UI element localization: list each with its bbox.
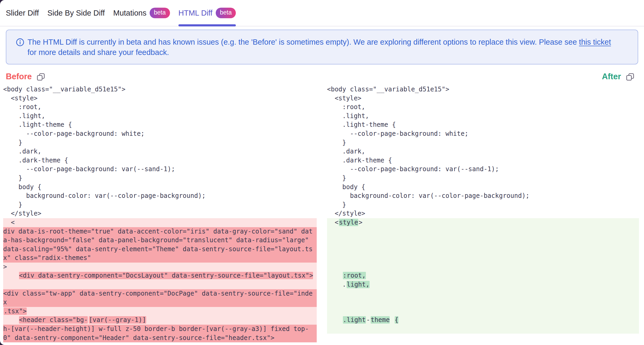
page: Slider Diff Side By Side Diff Mutations … [0,0,644,345]
banner-text-pre: The HTML Diff is currently in beta and h… [27,38,579,46]
code-line [3,280,317,289]
banner-text-post: for more details and share your feedback… [27,48,169,57]
code-segment: } [327,174,346,182]
code-segment: <body class="__variable_d51e15"> [3,86,125,93]
tab-mutations[interactable]: Mutations beta [113,0,170,26]
code-segment: light, [347,281,370,288]
code-line: < [3,218,317,227]
copy-after-button[interactable] [626,72,634,81]
code-line: .light, [327,280,639,289]
code-line: <style> [3,94,317,103]
code-segment: --color-page-background: var(--sand-1); [3,165,175,173]
code-line: background-color: var(--color-page-backg… [3,192,317,201]
code-line: :root, [327,271,639,280]
code-line: <body class="__variable_d51e15"> [327,85,639,94]
code-segment: theme [371,316,390,324]
code-line: <body class="__variable_d51e15"> [3,85,317,94]
code-line [327,254,639,263]
code-line [327,263,639,272]
code-segment: :root, [3,103,42,111]
code-line: a-has-background="false" data-panel-back… [3,236,317,245]
code-line: .light, [3,112,317,121]
code-line [327,289,639,298]
code-line: body { [327,183,639,192]
code-segment: < [3,219,15,226]
code-line: --color-page-background: white; [327,129,639,138]
code-line [327,307,639,316]
copy-icon [36,72,45,81]
code-line: <div data-sentry-component="DocsLayout" … [3,271,317,280]
after-header: After [602,72,634,81]
code-segment: </style> [3,210,42,217]
code-line [327,236,639,245]
diff-panels: <body class="__variable_d51e15"> <style>… [0,85,644,342]
code-segment: > [359,219,362,226]
code-line: --color-page-background: white; [3,129,317,138]
code-line [327,227,639,236]
code-segment: .dark-theme { [327,157,392,164]
copy-before-button[interactable] [36,72,45,81]
tab-html-diff[interactable]: HTML Diff beta [178,0,236,26]
code-segment: .dark, [3,148,42,155]
after-code-panel: <body class="__variable_d51e15"> <style>… [325,85,639,342]
code-line: --color-page-background: var(--sand-1); [3,165,317,174]
tab-side-by-side-diff[interactable]: Side By Side Diff [47,0,105,26]
code-segment: .dark-theme { [3,157,68,164]
code-line: .tsx"> [3,307,317,316]
tab-label: HTML Diff [178,9,213,17]
code-segment: <body class="__variable_d51e15"> [327,86,449,93]
code-segment: <style> [3,95,38,102]
code-segment: .dark, [327,148,365,155]
tab-label: Mutations [113,9,146,17]
code-line: <style> [327,218,639,227]
code-line [327,245,639,254]
code-segment: </style> [327,210,365,217]
code-line: </style> [327,209,639,218]
code-line: } [3,138,317,147]
code-line: <header class="bg-[var(--gray-1)] [3,316,317,325]
code-segment: } [3,174,22,182]
beta-badge: beta [150,8,170,18]
code-line: <div class="tw-app" data-sentry-componen… [3,289,317,298]
code-segment: :root, [327,103,365,111]
code-line: body { [3,183,317,192]
code-segment: --color-page-background: white; [3,130,145,137]
ticket-link[interactable]: this ticket [579,38,611,46]
code-segment: x" class="radix-themes" [3,254,91,262]
code-line: .light, [327,112,639,121]
code-line: .dark-theme { [3,156,317,165]
code-segment: .tsx"> [4,307,27,315]
before-label: Before [6,72,32,81]
code-segment: .light-theme { [327,121,396,128]
code-segment: --color-page-background: white; [327,130,468,137]
code-segment [327,316,342,324]
code-line: .light-theme { [327,120,639,129]
info-icon [16,38,24,49]
code-line: .light-theme { [327,316,639,325]
code-segment: a-has-background="false" data-panel-back… [3,236,309,244]
code-line: } [327,201,639,209]
code-segment: .light [343,316,366,324]
tab-label: Slider Diff [6,9,39,17]
code-line: background-color: var(--color-page-backg… [327,192,639,201]
code-segment: body { [327,183,365,191]
code-segment: .light-theme { [3,121,72,128]
code-line: :root, [327,103,639,112]
code-segment: - [366,316,370,324]
code-segment: background-color: var(--color-page-backg… [327,192,530,199]
code-line: } [327,138,639,147]
code-line: } [327,174,639,183]
code-segment: } [3,139,22,146]
code-segment: <header class="bg- [19,316,88,324]
code-segment: data-scaling="95%" data-sentry-element="… [3,245,312,253]
tab-bar: Slider Diff Side By Side Diff Mutations … [0,0,644,26]
code-line [327,325,639,334]
code-segment: :root, [343,272,366,279]
code-segment: 0" data-sentry-component="Header" data-s… [3,334,274,342]
banner-text: The HTML Diff is currently in beta and h… [27,37,622,58]
tab-slider-diff[interactable]: Slider Diff [6,0,39,26]
beta-banner: The HTML Diff is currently in beta and h… [6,30,638,64]
code-line: .dark, [327,147,639,156]
code-segment: .light, [3,112,45,120]
active-tab-indicator [178,24,236,26]
